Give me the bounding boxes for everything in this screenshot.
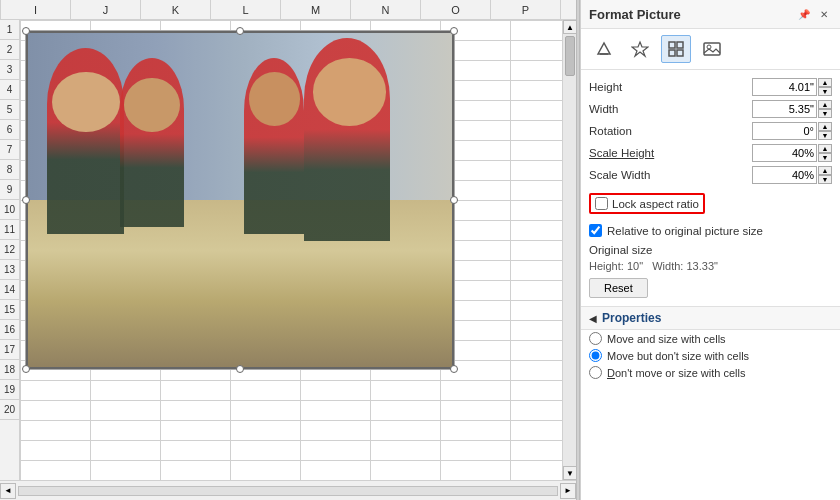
rotation-label: Rotation: [589, 125, 679, 137]
svg-rect-2: [669, 42, 675, 48]
scroll-v-track[interactable]: [563, 34, 576, 466]
width-spin-down[interactable]: ▼: [818, 109, 832, 118]
col-headers: I J K L M N O P Q: [0, 0, 576, 20]
scroll-down-btn[interactable]: ▼: [563, 466, 576, 480]
scroll-up-btn[interactable]: ▲: [563, 20, 576, 34]
relative-original-row[interactable]: Relative to original picture size: [581, 221, 840, 240]
scroll-v-thumb[interactable]: [565, 36, 575, 76]
scale-width-value-wrap: ▲ ▼: [679, 166, 832, 184]
height-spin-up[interactable]: ▲: [818, 78, 832, 87]
col-header-n: N: [351, 0, 421, 19]
handle-top-right[interactable]: [450, 27, 458, 35]
relative-original-label: Relative to original picture size: [607, 225, 763, 237]
move-size-label: Move and size with cells: [607, 333, 726, 345]
rotation-spin-down[interactable]: ▼: [818, 131, 832, 140]
fill-tab-btn[interactable]: [589, 35, 619, 63]
panel-header: Format Picture 📌 ✕: [581, 0, 840, 29]
original-size-section-label: Original size: [581, 240, 840, 258]
col-header-i: I: [1, 0, 71, 19]
handle-mid-right[interactable]: [450, 196, 458, 204]
relative-original-checkbox[interactable]: [589, 224, 602, 237]
effects-tab-btn[interactable]: [625, 35, 655, 63]
scroll-left-btn[interactable]: ◄: [0, 483, 16, 499]
no-move-label: Don't move or size with cells: [607, 367, 745, 379]
picture-tab-btn[interactable]: [697, 35, 727, 63]
move-size-radio[interactable]: [589, 332, 602, 345]
scale-width-label: Scale Width: [589, 169, 679, 181]
handle-top-left[interactable]: [22, 27, 30, 35]
image-container[interactable]: [25, 30, 455, 370]
orig-height-label: Height:: [589, 260, 624, 272]
scale-height-spinner[interactable]: ▲ ▼: [818, 144, 832, 162]
handle-bot-mid[interactable]: [236, 365, 244, 373]
width-row: Width ▲ ▼: [581, 98, 840, 120]
spreadsheet: I J K L M N O P Q 1 2 3 4 5 6 7 8 9 10: [0, 0, 576, 500]
handle-top-mid[interactable]: [236, 27, 244, 35]
reset-button[interactable]: Reset: [589, 278, 648, 298]
properties-section-header[interactable]: ◀ Properties: [581, 306, 840, 330]
row-headers: 1 2 3 4 5 6 7 8 9 10 11 12 13 14 15 16 1…: [0, 20, 20, 480]
width-spin-up[interactable]: ▲: [818, 100, 832, 109]
col-header-k: K: [141, 0, 211, 19]
rotation-row: Rotation ▲ ▼: [581, 120, 840, 142]
svg-rect-5: [677, 50, 683, 56]
grid-area: [20, 20, 562, 480]
move-size-row[interactable]: Move and size with cells: [581, 330, 840, 347]
scale-height-label: Scale Height: [589, 147, 679, 159]
scale-height-input[interactable]: [752, 144, 817, 162]
height-label: Height: [589, 81, 679, 93]
height-spinner[interactable]: ▲ ▼: [818, 78, 832, 96]
col-header-o: O: [421, 0, 491, 19]
v-scrollbar[interactable]: ▲ ▼: [562, 20, 576, 480]
orig-width-label: Width:: [652, 260, 683, 272]
move-only-radio[interactable]: [589, 349, 602, 362]
orig-width-value: 13.33": [686, 260, 717, 272]
scale-width-spinner[interactable]: ▲ ▼: [818, 166, 832, 184]
bottom-bar: ◄ ►: [0, 480, 576, 500]
scale-height-spin-down[interactable]: ▼: [818, 153, 832, 162]
move-only-label: Move but don't size with cells: [607, 350, 749, 362]
rotation-spin-up[interactable]: ▲: [818, 122, 832, 131]
scale-width-spin-up[interactable]: ▲: [818, 166, 832, 175]
col-header-p: P: [491, 0, 561, 19]
height-input[interactable]: [752, 78, 817, 96]
layout-tab-btn[interactable]: [661, 35, 691, 63]
width-value-wrap: ▲ ▼: [679, 100, 832, 118]
scale-height-spin-up[interactable]: ▲: [818, 144, 832, 153]
original-size-values: Height: 10" Width: 13.33": [581, 258, 840, 274]
pin-button[interactable]: 📌: [796, 6, 812, 22]
close-button[interactable]: ✕: [816, 6, 832, 22]
lock-aspect-row[interactable]: Lock aspect ratio: [581, 190, 840, 217]
width-label: Width: [589, 103, 679, 115]
move-only-row[interactable]: Move but don't size with cells: [581, 347, 840, 364]
no-move-radio[interactable]: [589, 366, 602, 379]
rotation-value-wrap: ▲ ▼: [679, 122, 832, 140]
svg-rect-4: [669, 50, 675, 56]
height-row: Height ▲ ▼: [581, 76, 840, 98]
height-spin-down[interactable]: ▼: [818, 87, 832, 96]
height-value-wrap: ▲ ▼: [679, 78, 832, 96]
handle-bot-left[interactable]: [22, 365, 30, 373]
scale-height-value-wrap: ▲ ▼: [679, 144, 832, 162]
width-spinner[interactable]: ▲ ▼: [818, 100, 832, 118]
scale-width-spin-down[interactable]: ▼: [818, 175, 832, 184]
rotation-spinner[interactable]: ▲ ▼: [818, 122, 832, 140]
lock-aspect-checkbox[interactable]: [595, 197, 608, 210]
col-header-q: Q: [561, 0, 576, 19]
handle-mid-left[interactable]: [22, 196, 30, 204]
scale-width-input[interactable]: [752, 166, 817, 184]
h-scroll-track[interactable]: [18, 486, 558, 496]
handle-bot-right[interactable]: [450, 365, 458, 373]
svg-rect-6: [704, 43, 720, 55]
lock-aspect-label: Lock aspect ratio: [612, 198, 699, 210]
no-move-row[interactable]: Don't move or size with cells: [581, 364, 840, 381]
scroll-right-btn[interactable]: ►: [560, 483, 576, 499]
panel-tab-icons: [581, 29, 840, 70]
width-input[interactable]: [752, 100, 817, 118]
properties-section-title: Properties: [602, 311, 661, 325]
orig-height-value: 10": [627, 260, 643, 272]
rotation-input[interactable]: [752, 122, 817, 140]
scale-width-row: Scale Width ▲ ▼: [581, 164, 840, 186]
col-header-l: L: [211, 0, 281, 19]
properties-arrow-icon: ◀: [589, 313, 597, 324]
